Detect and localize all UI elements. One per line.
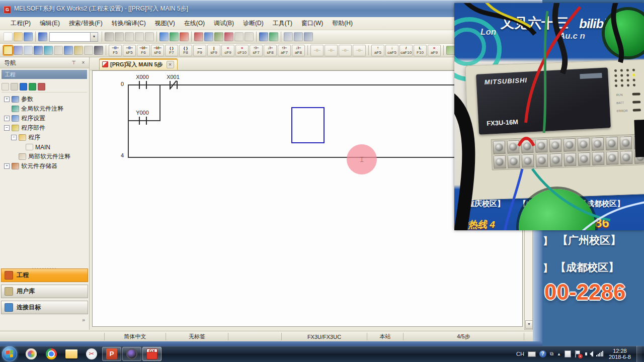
tree-item-3[interactable]: −程序部件: [0, 123, 89, 133]
device-monitor-2-icon[interactable]: [44, 46, 53, 55]
watch-window-icon[interactable]: [54, 46, 63, 55]
collapse-minus-icon[interactable]: −: [11, 135, 17, 140]
find-device-combobox[interactable]: ▼: [49, 32, 98, 42]
new-item-icon[interactable]: [2, 83, 9, 90]
clipboard-tool-icon[interactable]: [565, 350, 571, 357]
tree-item-1[interactable]: 全局软元件注释: [0, 104, 89, 114]
taskbar-button-paint[interactable]: [22, 347, 41, 361]
tree-item-4[interactable]: −程序: [0, 133, 89, 142]
copy-item-icon[interactable]: [11, 83, 18, 90]
show-hidden-icons[interactable]: ▲: [557, 352, 561, 356]
clear-all-icon[interactable]: [84, 46, 93, 55]
device-display-2-icon[interactable]: [269, 32, 278, 41]
monitor-mode-icon[interactable]: [224, 32, 233, 41]
zoom-select-icon[interactable]: [74, 46, 83, 55]
scroll-down-icon[interactable]: ▼: [525, 320, 533, 329]
ladder-symbol-sF9[interactable]: |sF9: [207, 45, 220, 56]
copy-icon[interactable]: [115, 32, 124, 41]
start-button[interactable]: [2, 346, 17, 361]
nav-button-userlib[interactable]: 用户库: [1, 285, 88, 298]
ladder-symbol-cF10[interactable]: ×cF10: [235, 45, 249, 56]
ladder-symbol-sF5[interactable]: ⊣⊢sF5: [123, 45, 136, 56]
menu-item-2[interactable]: 搜索/替换(F): [64, 18, 107, 29]
menu-item-1[interactable]: 编辑(E): [35, 18, 64, 29]
menu-item-0[interactable]: 工程(P): [6, 18, 35, 29]
redo-icon[interactable]: [145, 32, 154, 41]
menu-item-6[interactable]: 调试(B): [209, 18, 238, 29]
ladder-symbol-sF8[interactable]: ↓⊢sF8: [264, 45, 277, 56]
ladder-symbol-disabled[interactable]: ⊣⊢: [325, 45, 338, 56]
volume-icon[interactable]: ): [585, 351, 593, 357]
expand-plus-icon[interactable]: +: [4, 116, 10, 121]
keyboard-icon[interactable]: [528, 351, 536, 357]
expand-plus-icon[interactable]: +: [4, 163, 10, 169]
taskbar-button-explorer[interactable]: [62, 347, 81, 361]
ladder-symbol-disabled[interactable]: ⊣⊢: [310, 45, 324, 56]
help-icon[interactable]: [38, 32, 47, 41]
tree-item-0[interactable]: +参数: [0, 95, 89, 104]
open-folder-icon[interactable]: [14, 32, 23, 41]
language-indicator[interactable]: CH: [516, 351, 524, 357]
window-tile-icon[interactable]: [294, 32, 303, 41]
new-doc-icon[interactable]: [4, 32, 13, 41]
taskbar-button-powerpoint[interactable]: P: [102, 347, 121, 361]
ladder-symbol-sF6[interactable]: ⊣/⊢sF6: [151, 45, 164, 56]
taskbar-button-snip[interactable]: ✂: [82, 347, 101, 361]
menu-item-4[interactable]: 视图(V): [150, 18, 180, 29]
ladder-symbol-F9[interactable]: —F9: [193, 45, 206, 56]
pin-icon[interactable]: ⊤: [70, 59, 77, 66]
device-comment-icon[interactable]: [159, 32, 169, 41]
window-arrange-icon[interactable]: [304, 32, 313, 41]
more-chevron-icon[interactable]: »: [82, 317, 85, 323]
find-binoculars-icon[interactable]: [94, 46, 103, 55]
ladder-symbol-aF7[interactable]: ↑⊢aF7: [278, 45, 291, 56]
network-signal-icon[interactable]: [596, 351, 603, 356]
ladder-edit-icon[interactable]: [4, 46, 13, 55]
save-icon[interactable]: [24, 32, 33, 41]
ladder-symbol-aF5[interactable]: ↑aF5: [371, 45, 384, 56]
tree-item-7[interactable]: +软元件存储器: [0, 161, 89, 171]
action-center-flag-icon[interactable]: ×: [575, 350, 582, 357]
list-view-icon[interactable]: [24, 46, 33, 55]
device-find-icon[interactable]: [170, 32, 179, 41]
show-desktop-button[interactable]: [636, 346, 642, 362]
sort-2-icon[interactable]: [29, 83, 36, 90]
menu-item-8[interactable]: 工具(T): [268, 18, 297, 29]
help-icon[interactable]: ?: [539, 350, 546, 357]
device-display-1-icon[interactable]: [259, 32, 268, 41]
paste-icon[interactable]: [125, 32, 134, 41]
collapse-minus-icon[interactable]: −: [4, 125, 10, 131]
sort-0-icon[interactable]: [20, 83, 27, 90]
ladder-symbol-F7[interactable]: ( )F7: [165, 45, 178, 56]
tab-close-icon[interactable]: ×: [167, 61, 174, 68]
ladder-symbol-cF9[interactable]: ×cF9: [221, 45, 234, 56]
window-cascade-icon[interactable]: [284, 32, 293, 41]
menu-item-5[interactable]: 在线(O): [180, 18, 209, 29]
ladder-symbol-F5[interactable]: ⊣⊢F5: [109, 45, 122, 56]
menu-item-10[interactable]: 帮助(H): [328, 18, 357, 29]
verify-plc-icon[interactable]: [214, 32, 223, 41]
monitor-stop-icon[interactable]: [245, 32, 254, 41]
ladder-symbol-aF9[interactable]: ×aF9: [428, 45, 441, 56]
ladder-symbol-aF8[interactable]: ↓⊢aF8: [292, 45, 305, 56]
read-from-plc-icon[interactable]: [204, 32, 213, 41]
device-monitor-1-icon[interactable]: [34, 46, 43, 55]
cut-icon[interactable]: [105, 32, 114, 41]
ladder-symbol-F10[interactable]: LF10: [414, 45, 427, 56]
ladder-symbol-F6[interactable]: ⊣/⊢F6: [137, 45, 150, 56]
tree-item-6[interactable]: 局部软元件注释: [0, 152, 89, 161]
tree-item-main[interactable]: MAIN: [0, 142, 89, 152]
undo-icon[interactable]: [135, 32, 144, 41]
ladder-symbol-caF10[interactable]: /caF10: [399, 45, 413, 56]
taskbar-button-chrome[interactable]: [42, 347, 61, 361]
tray-clock[interactable]: 12:28 2018-6-8: [609, 348, 631, 360]
display-switch-icon[interactable]: ⧉: [550, 351, 553, 357]
filter-user-icon[interactable]: [38, 83, 45, 90]
tab-main-program[interactable]: [PRG]写入 MAIN 5步 ×: [99, 58, 178, 70]
close-icon[interactable]: ×: [80, 59, 87, 66]
taskbar-button-camera[interactable]: [122, 347, 141, 361]
combobox-dropdown-icon[interactable]: ▼: [90, 33, 98, 41]
device-display-menu-icon[interactable]: [64, 46, 73, 55]
expand-plus-icon[interactable]: +: [4, 97, 10, 102]
ladder-symbol-F8[interactable]: { }F8: [179, 45, 192, 56]
